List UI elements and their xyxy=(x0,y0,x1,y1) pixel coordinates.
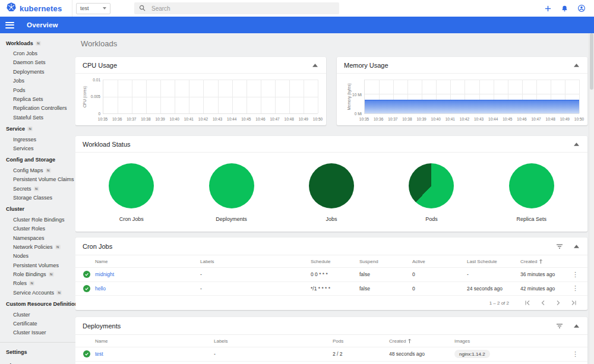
sidebar-item-persistent-volume-claims[interactable]: Persistent Volume ClaimsN xyxy=(0,175,75,183)
column-header-suspend[interactable]: Suspend xyxy=(359,259,412,264)
sidebar-item-label: Storage Classes xyxy=(13,195,52,201)
resource-link[interactable]: test xyxy=(95,351,103,357)
label-chip: nginx:1.14.2 xyxy=(454,350,490,358)
previous-page-button[interactable] xyxy=(538,299,548,306)
header-actions xyxy=(543,3,594,14)
collapse-card-button[interactable] xyxy=(573,243,580,249)
sidebar-item-about[interactable]: About xyxy=(0,359,75,364)
resource-link[interactable]: hello xyxy=(95,286,106,292)
namespaced-badge: N xyxy=(46,168,51,173)
x-tick-label: 10:44 xyxy=(227,117,236,121)
sidebar-item-daemon-sets[interactable]: Daemon Sets xyxy=(0,58,75,67)
sidebar-item-jobs[interactable]: Jobs xyxy=(0,77,75,86)
table-cell-value: false xyxy=(359,286,370,292)
collapse-card-button[interactable] xyxy=(573,323,580,329)
column-header-pods[interactable]: Pods xyxy=(333,338,389,344)
pie-chart[interactable] xyxy=(509,163,554,208)
column-header-labels[interactable]: Labels xyxy=(214,338,333,344)
scrollbar-thumb[interactable] xyxy=(590,33,593,90)
sidebar-item-label: Config and Storage xyxy=(6,157,55,163)
page-scrollbar[interactable] xyxy=(589,33,594,364)
y-tick: 10 Mi xyxy=(352,93,362,97)
column-header-label: Images xyxy=(454,338,470,344)
sidebar-item-cron-jobs[interactable]: Cron Jobs xyxy=(0,49,75,58)
sidebar-item-service-accounts[interactable]: Service AccountsN xyxy=(0,288,75,297)
table-cell-value: - xyxy=(200,286,202,292)
column-header-created[interactable]: Created xyxy=(389,338,454,344)
resource-link[interactable]: midnight xyxy=(95,271,114,277)
collapse-card-button[interactable] xyxy=(311,62,319,68)
row-menu-button[interactable]: ⋮ xyxy=(570,284,581,293)
column-header-label: Name xyxy=(95,259,108,264)
sidebar-item-role-bindings[interactable]: Role BindingsN xyxy=(0,270,75,278)
sidebar-item-workloads[interactable]: WorkloadsN xyxy=(0,39,75,48)
sidebar-item-deployments[interactable]: Deployments xyxy=(0,67,75,76)
pie-chart[interactable] xyxy=(309,163,354,208)
pie-chart[interactable] xyxy=(209,163,254,208)
sidebar-item-cluster[interactable]: Cluster xyxy=(0,310,75,319)
column-header-labels[interactable]: Labels xyxy=(200,259,311,264)
sidebar-item-label: Service xyxy=(6,126,25,132)
filter-icon[interactable] xyxy=(555,322,564,330)
sidebar-item-cluster-issuer[interactable]: Cluster Issuer xyxy=(0,328,75,337)
sidebar-item-secrets[interactable]: SecretsN xyxy=(0,184,75,193)
next-page-button[interactable] xyxy=(553,299,564,306)
sidebar-item-replica-sets[interactable]: Replica Sets xyxy=(0,94,75,103)
pie-chart[interactable] xyxy=(109,163,154,208)
sidebar-item-ingresses[interactable]: Ingresses xyxy=(0,135,75,144)
sidebar-item-services[interactable]: Services xyxy=(0,144,75,153)
notifications-button[interactable] xyxy=(560,4,570,14)
column-header-last-schedule[interactable]: Last Schedule xyxy=(467,259,520,264)
deployments-card-title: Deployments xyxy=(83,322,121,330)
sidebar-item-namespaces[interactable]: Namespaces xyxy=(0,233,75,242)
workload-pie-cron-jobs: Cron Jobs xyxy=(81,163,181,222)
first-page-button[interactable] xyxy=(522,299,533,306)
sidebar-item-label: Roles xyxy=(13,280,27,286)
status-ok-icon xyxy=(83,285,90,292)
sidebar-item-roles[interactable]: RolesN xyxy=(0,279,75,288)
sidebar-item-network-policies[interactable]: Network PoliciesN xyxy=(0,242,75,251)
namespace-selector[interactable]: test xyxy=(76,3,110,14)
column-header-active[interactable]: Active xyxy=(412,259,467,264)
last-page-button[interactable] xyxy=(568,299,579,306)
sidebar-item-label: Pods xyxy=(13,87,26,93)
column-header-schedule[interactable]: Schedule xyxy=(311,259,359,264)
brand[interactable]: kubernetes xyxy=(0,0,72,17)
sidebar-item-pods[interactable]: Pods xyxy=(0,86,75,94)
search-input[interactable] xyxy=(151,5,318,12)
sidebar-item-persistent-volumes[interactable]: Persistent Volumes xyxy=(0,261,75,270)
created-value: 48 seconds ago xyxy=(389,351,425,357)
row-menu-button[interactable]: ⋮ xyxy=(570,350,581,359)
namespaced-badge: N xyxy=(55,245,61,249)
deployment-row-nginx-deployment: nginx-deploymentapp: nginx3 / 342 minute… xyxy=(75,362,587,364)
sidebar-item-nodes[interactable]: Nodes xyxy=(0,252,75,261)
filter-icon[interactable] xyxy=(555,242,564,251)
column-header-name[interactable]: Name xyxy=(95,338,214,344)
pie-chart[interactable] xyxy=(409,163,454,208)
sidebar-item-service[interactable]: ServiceN xyxy=(0,125,75,134)
namespaced-badge: N xyxy=(36,41,41,46)
row-menu-button[interactable]: ⋮ xyxy=(570,270,581,279)
sidebar-item-cluster-role-bindings[interactable]: Cluster Role Bindings xyxy=(0,215,75,224)
create-resource-button[interactable] xyxy=(543,4,553,14)
column-header-images[interactable]: Images xyxy=(454,338,570,344)
sidebar-item-config-maps[interactable]: Config MapsN xyxy=(0,166,75,175)
status-ok-icon xyxy=(83,350,90,357)
sidebar-item-storage-classes[interactable]: Storage Classes xyxy=(0,193,75,202)
column-header-name[interactable]: Name xyxy=(95,259,200,264)
user-account-button[interactable] xyxy=(576,3,587,14)
sidebar-item-replication-controllers[interactable]: Replication Controllers xyxy=(0,104,75,113)
collapse-card-button[interactable] xyxy=(573,141,580,147)
sidebar-item-settings[interactable]: Settings xyxy=(0,346,75,358)
x-tick-label: 10:35 xyxy=(98,117,108,121)
column-header-created[interactable]: Created xyxy=(520,259,570,264)
memory-card-title: Memory Usage xyxy=(344,62,388,69)
sidebar-item-certificate[interactable]: Certificate xyxy=(0,319,75,328)
search-bar[interactable] xyxy=(134,2,339,14)
menu-icon[interactable] xyxy=(5,22,14,29)
sidebar-item-cluster-roles[interactable]: Cluster Roles xyxy=(0,224,75,233)
sidebar-item-label: Custom Resource Definitions xyxy=(6,301,75,307)
pagination-range: 1 – 2 of 2 xyxy=(489,300,509,306)
sidebar-item-stateful-sets[interactable]: Stateful Sets xyxy=(0,113,75,122)
collapse-card-button[interactable] xyxy=(573,62,580,68)
